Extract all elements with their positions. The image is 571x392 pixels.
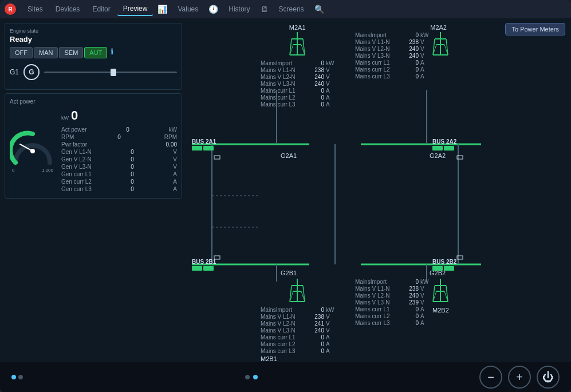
power-meters-button[interactable]: To Power Meters — [505, 23, 565, 35]
g2a2-label: G2A2 — [430, 150, 446, 160]
bus2a2-label: BUS 2A2 — [432, 138, 456, 145]
btn-off[interactable]: OFF — [10, 47, 33, 58]
lbl-act-power: Act power — [61, 126, 86, 133]
gauge-circle: 0 1,200 — [10, 128, 56, 174]
engine-state-value: Ready — [10, 35, 177, 43]
gauge-inner: 0 1,200 kW 0 Act power — [10, 108, 177, 193]
val-gen-v-l3n: 0 — [131, 164, 134, 170]
val-act-power: 0 — [126, 126, 129, 133]
gauge-panel: Act power 0 — [5, 93, 182, 199]
dot-left-active — [11, 375, 16, 379]
unit-gen-curr-l1: A — [173, 171, 177, 177]
dot-center-2 — [253, 375, 258, 379]
mains-m2b2-block: MainsImport 0 kW Mains V L1-N 238 V Main… — [355, 279, 449, 326]
val-gen-curr-l2: 0 — [131, 179, 134, 185]
svg-rect-14 — [457, 156, 463, 159]
nav-values[interactable]: Values — [172, 3, 204, 15]
diagram-area: To Power Meters Engine state Ready OFF M… — [0, 18, 571, 362]
bus2a1-label: BUS 2A1 — [192, 138, 216, 145]
lbl-pwr: Pwr factor — [61, 141, 87, 148]
m2a2-id: M2A2 — [355, 24, 447, 31]
lbl-gen-curr-l3: Gen curr L3 — [61, 186, 92, 192]
val-gen-v-l2n: 0 — [131, 156, 134, 163]
lbl-gen-v-l3n: Gen V L3-N — [61, 164, 92, 170]
control-buttons: OFF MAN SEM AUT ℹ — [10, 47, 177, 58]
bottom-dots-left — [11, 375, 23, 379]
g2a1-label: G2A1 — [281, 150, 297, 160]
g1-row: G1 G — [10, 64, 177, 80]
info-icon[interactable]: ℹ — [111, 47, 113, 58]
svg-rect-16 — [457, 256, 463, 259]
btn-aut[interactable]: AUT — [84, 47, 107, 58]
mains-m2a2-block: M2A2 MainsImport 0 kW Mains V L1-N 238 V — [355, 24, 449, 80]
history-icon[interactable]: 🕐 — [205, 2, 222, 16]
screens-icon[interactable]: 🖥 — [257, 2, 272, 16]
tower-m2b2 — [432, 279, 449, 304]
g1-slider[interactable] — [44, 72, 177, 73]
val-gen-curr-l1: 0 — [131, 171, 134, 177]
gauge-labels: Act power 0 kW RPM 0 RPM — [61, 126, 177, 192]
bottom-controls: − + ⏻ — [479, 366, 560, 389]
unit-gen-v-l1n: V — [173, 149, 177, 155]
bottom-dots-center — [245, 375, 258, 379]
gauge-min: 0 — [12, 168, 14, 173]
val-rpm: 0 — [117, 134, 121, 140]
m2b1-data: MainsImport 0 kW Mains V L1-N 238 V Main… — [261, 307, 334, 354]
bus2b1-area: BUS 2B1 — [192, 259, 216, 271]
nav-editor[interactable]: Editor — [86, 3, 116, 15]
nav-preview[interactable]: Preview — [117, 2, 153, 16]
nav-screens[interactable]: Screens — [273, 3, 310, 15]
gauge-max: 1,200 — [42, 168, 53, 173]
svg-rect-13 — [214, 156, 220, 159]
bus2b1-label: BUS 2B1 — [192, 259, 216, 265]
lbl-gen-v-l1n: Gen V L1-N — [61, 149, 92, 155]
lbl-gen-curr-l2: Gen curr L2 — [61, 179, 92, 185]
lbl-gen-v-l2n: Gen V L2-N — [61, 156, 92, 163]
btn-sem[interactable]: SEM — [59, 47, 83, 58]
unit-rpm: RPM — [164, 134, 177, 140]
minus-icon: − — [487, 371, 494, 384]
values-icon[interactable]: 📊 — [154, 2, 171, 16]
gauge-title: Act power — [10, 98, 177, 105]
lbl-rpm: RPM — [61, 134, 74, 140]
g1-label: G1 — [10, 68, 19, 76]
val-gen-curr-l3: 0 — [131, 186, 134, 192]
val-pwr: 0.00 — [166, 141, 177, 148]
zoom-icon[interactable]: 🔍 — [311, 2, 328, 16]
tower-m2b1 — [289, 279, 306, 304]
m2a1-id: M2A1 — [261, 24, 334, 31]
m2b1-id: M2B1 — [261, 355, 334, 362]
val-gen-v-l1n: 0 — [131, 149, 134, 155]
unit-gen-curr-l2: A — [173, 179, 177, 185]
gauge-kw-unit: kW — [61, 115, 69, 121]
bottom-bar: − + ⏻ — [0, 362, 571, 392]
nav-sites[interactable]: Sites — [22, 3, 49, 15]
nav-history[interactable]: History — [223, 3, 255, 15]
content-area: To Power Meters Engine state Ready OFF M… — [0, 18, 571, 362]
gauge-kw-value: 0 — [71, 108, 78, 123]
dot-right-dim — [18, 375, 23, 379]
unit-gen-v-l2n: V — [173, 156, 177, 163]
power-button[interactable]: ⏻ — [537, 366, 560, 389]
zoom-in-button[interactable]: + — [508, 366, 531, 389]
mains-m2a1-block: M2A1 M — [261, 24, 334, 108]
mains-m2b1-block: MainsImport 0 kW Mains V L1-N 238 V Main… — [261, 279, 334, 362]
tower-m2a2 — [432, 32, 449, 58]
unit-gen-v-l3n: V — [173, 164, 177, 170]
main-window: R Sites Devices Editor Preview 📊 Values … — [0, 0, 571, 392]
app-logo[interactable]: R — [5, 3, 16, 15]
tower-m2a1 — [289, 32, 306, 58]
plus-icon: + — [516, 371, 523, 384]
m2a1-data: MainsImport 0 kW Mains V L1-N 238 V Main… — [261, 60, 334, 108]
svg-point-1 — [30, 149, 35, 153]
g2b2-label: G2B2 — [430, 267, 446, 278]
nav-devices[interactable]: Devices — [50, 3, 86, 15]
lbl-gen-curr-l1: Gen curr L1 — [61, 171, 92, 177]
bus2b2-label: BUS 2B2 — [432, 259, 456, 265]
gauge-data: kW 0 Act power 0 kW RPM — [61, 108, 177, 193]
engine-state-label: Engine state — [10, 28, 177, 34]
unit-act-power: kW — [169, 126, 177, 133]
btn-man[interactable]: MAN — [34, 47, 58, 58]
g1-icon: G — [23, 64, 40, 80]
zoom-out-button[interactable]: − — [479, 366, 502, 389]
